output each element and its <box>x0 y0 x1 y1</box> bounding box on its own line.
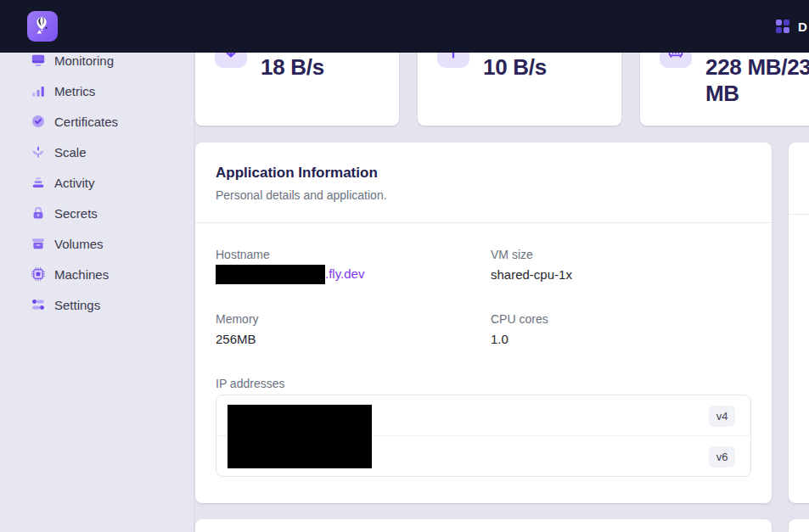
lock-icon <box>31 205 46 221</box>
app-grid-icon <box>776 20 789 33</box>
hostname-link[interactable]: .fly.dev <box>325 266 364 281</box>
memory-label: Memory <box>216 312 259 326</box>
badge-check-icon <box>31 114 46 129</box>
ip-version-badge: v6 <box>709 446 735 468</box>
toggles-icon <box>31 297 46 312</box>
right-column-bottom-card-partial <box>789 519 809 532</box>
application-information-card: Application Information Personal details… <box>195 143 772 503</box>
right-column-card-partial <box>789 143 809 503</box>
cpu-cores-label: CPU cores <box>491 312 548 326</box>
monitor-icon <box>31 53 46 68</box>
stat-value: 228 MB/23 MB <box>705 54 809 107</box>
layers-icon <box>31 175 46 190</box>
sidebar: Monitoring Metrics Certificates <box>0 0 194 532</box>
sidebar-item-volumes[interactable]: Volumes <box>0 228 194 259</box>
sidebar-item-label: Monitoring <box>54 53 114 68</box>
sidebar-item-metrics[interactable]: Metrics <box>0 76 194 106</box>
archive-box-icon <box>31 236 46 251</box>
card-header-divider <box>195 222 772 223</box>
header-nav-label: D <box>798 20 807 34</box>
hostname-redacted-value <box>216 265 325 284</box>
hostname-label: Hostname <box>216 248 270 261</box>
sidebar-item-label: Metrics <box>54 84 95 98</box>
vm-size-label: VM size <box>491 248 533 261</box>
sidebar-item-certificates[interactable]: Certificates <box>0 106 194 137</box>
sidebar-item-activity[interactable]: Activity <box>0 167 194 198</box>
cpu-cores-value: 1.0 <box>491 332 508 346</box>
ip-addresses-label: IP addresses <box>216 377 284 390</box>
seedling-icon <box>31 144 46 160</box>
sidebar-item-settings[interactable]: Settings <box>0 289 194 320</box>
next-section-card-partial <box>195 519 772 532</box>
sidebar-item-secrets[interactable]: Secrets <box>0 198 194 228</box>
balloon-icon <box>31 15 53 37</box>
sidebar-item-label: Scale <box>54 145 87 160</box>
fly-logo[interactable] <box>27 11 58 42</box>
cpu-chip-icon <box>31 266 46 282</box>
sidebar-item-label: Certificates <box>54 115 118 129</box>
sidebar-item-label: Secrets <box>54 206 98 221</box>
header-right-group[interactable]: D <box>776 20 807 34</box>
fly-dashboard-screen: D Monitoring Metrics Cert <box>0 0 809 532</box>
vm-size-value: shared-cpu-1x <box>491 267 572 282</box>
sidebar-item-label: Machines <box>54 267 109 282</box>
ip-redacted-values <box>228 405 372 468</box>
card-subtitle: Personal details and application. <box>216 188 387 202</box>
stat-value: 10 B/s <box>483 54 613 81</box>
sidebar-item-scale[interactable]: Scale <box>0 137 194 167</box>
top-bar: D <box>0 0 809 53</box>
sidebar-item-machines[interactable]: Machines <box>0 259 194 289</box>
stat-value: 18 B/s <box>261 54 390 81</box>
sidebar-item-label: Volumes <box>54 237 104 251</box>
card-title: Application Information <box>216 165 378 182</box>
memory-value: 256MB <box>216 332 256 346</box>
bar-chart-icon <box>31 83 46 98</box>
sidebar-item-label: Activity <box>54 176 95 190</box>
sidebar-item-label: Settings <box>54 298 100 312</box>
right-card-divider <box>789 214 809 215</box>
ip-version-badge: v4 <box>709 406 735 427</box>
